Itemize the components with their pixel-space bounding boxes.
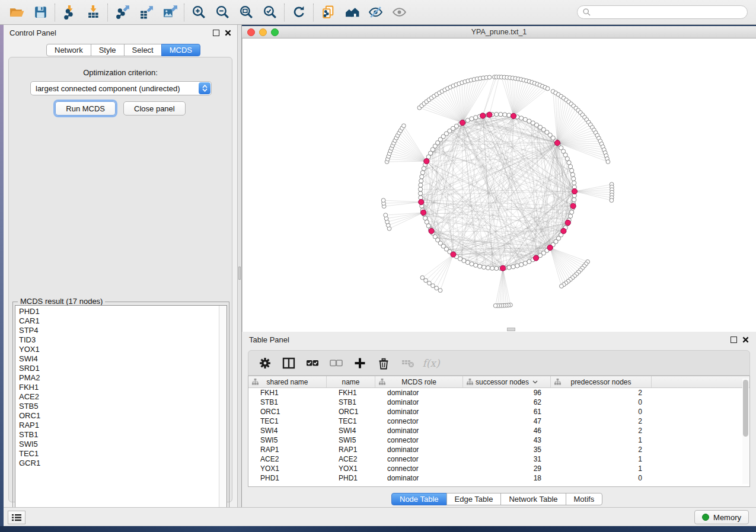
- delete-table-button: [397, 353, 418, 373]
- sort-descending-icon: [532, 380, 538, 384]
- table-row[interactable]: YOX1YOX1connector291: [248, 464, 749, 473]
- network-overview-button[interactable]: [340, 2, 363, 23]
- table-scrollbar-thumb[interactable]: [743, 380, 748, 437]
- select-all-button[interactable]: [302, 353, 323, 373]
- export-network-button[interactable]: [110, 2, 134, 23]
- tab-node-table[interactable]: Node Table: [391, 493, 447, 505]
- delete-column-button[interactable]: [373, 353, 394, 373]
- table-row[interactable]: TEC1TEC1connector472: [248, 416, 749, 426]
- network-canvas[interactable]: [242, 39, 756, 332]
- column-header-shared-name[interactable]: shared name: [248, 376, 327, 387]
- zoom-in-icon: [192, 5, 206, 20]
- column-header-successor-nodes[interactable]: successor nodes: [463, 376, 551, 387]
- tab-motifs[interactable]: Motifs: [566, 493, 603, 505]
- node-table: shared namenameMCDS rolesuccessor nodesp…: [248, 376, 750, 487]
- clone-network-icon: [321, 5, 336, 20]
- save-button[interactable]: [28, 2, 52, 23]
- split-view-button[interactable]: [278, 353, 299, 373]
- result-list-item[interactable]: SWI5: [19, 440, 40, 449]
- memory-status-icon: [702, 514, 709, 521]
- tab-select[interactable]: Select: [124, 44, 162, 56]
- zoom-out-button[interactable]: [210, 2, 234, 23]
- float-panel-icon[interactable]: [213, 30, 219, 36]
- zoom-selected-button[interactable]: [258, 2, 282, 23]
- result-list-item[interactable]: TID3: [19, 335, 40, 345]
- table-header-row[interactable]: shared namenameMCDS rolesuccessor nodesp…: [248, 376, 749, 388]
- mcds-panel: Optimization criterion: largest connecte…: [8, 57, 232, 502]
- result-list-item[interactable]: ACE2: [19, 392, 40, 402]
- table-scrollbar[interactable]: [742, 379, 749, 484]
- vertical-splitter[interactable]: [237, 25, 242, 507]
- result-list-item[interactable]: FKH1: [19, 383, 40, 392]
- tab-mcds[interactable]: MCDS: [161, 44, 200, 56]
- table-row[interactable]: ORC1ORC1dominator610: [248, 407, 749, 416]
- result-list-scrollbar[interactable]: [219, 306, 227, 519]
- result-list-item[interactable]: SRD1: [19, 364, 40, 373]
- network-graph[interactable]: [243, 39, 756, 332]
- save-icon: [33, 5, 48, 20]
- column-header-filler: [652, 376, 749, 387]
- import-table-button[interactable]: [81, 2, 105, 23]
- column-header-name[interactable]: name: [327, 376, 375, 387]
- mcds-result-list[interactable]: PHD1CAR1STP4TID3YOX1SWI4SRD1PMA2FKH1ACE2…: [15, 305, 227, 520]
- result-list-item[interactable]: RAP1: [19, 421, 40, 430]
- result-list-item[interactable]: STB5: [19, 402, 40, 411]
- memory-button[interactable]: Memory: [694, 510, 749, 524]
- tab-style[interactable]: Style: [91, 44, 125, 56]
- column-header-predecessor-nodes[interactable]: predecessor nodes: [551, 376, 652, 387]
- export-image-button[interactable]: [158, 2, 181, 23]
- table-row[interactable]: SWI5SWI5connector431: [248, 435, 749, 445]
- control-panel: Control Panel NetworkStyleSelectMCDS Opt…: [4, 25, 237, 507]
- refresh-button[interactable]: [287, 2, 311, 23]
- tab-network[interactable]: Network: [46, 44, 91, 56]
- result-list-item[interactable]: ORC1: [19, 411, 40, 421]
- result-list-item[interactable]: PMA2: [19, 373, 40, 383]
- table-row[interactable]: ACE2ACE2connector311: [248, 454, 749, 464]
- show-panels-button[interactable]: [8, 511, 25, 524]
- add-column-button[interactable]: [349, 353, 371, 373]
- result-list-item[interactable]: PHD1: [19, 307, 40, 316]
- search-box[interactable]: [577, 5, 748, 19]
- zoom-in-button[interactable]: [187, 2, 210, 23]
- result-list-item[interactable]: STP4: [19, 326, 40, 335]
- clone-network-button[interactable]: [316, 2, 340, 23]
- table-row[interactable]: FKH1FKH1dominator962: [248, 388, 749, 398]
- result-list-item[interactable]: SWI4: [19, 354, 40, 364]
- tab-edge-table[interactable]: Edge Table: [446, 493, 502, 505]
- table-row[interactable]: SWI4SWI4dominator462: [248, 426, 749, 435]
- control-panel-title: Control Panel: [9, 28, 56, 37]
- select-stepper-icon: [199, 82, 210, 94]
- import-network-button[interactable]: [58, 2, 81, 23]
- result-list-item[interactable]: STB1: [19, 430, 40, 440]
- tab-network-table[interactable]: Network Table: [500, 493, 566, 505]
- result-list-item[interactable]: TEC1: [19, 449, 40, 459]
- list-icon: [12, 514, 21, 521]
- attribute-type-icon: [554, 379, 561, 385]
- horizontal-splitter-handle[interactable]: [507, 328, 515, 331]
- close-panel-button[interactable]: Close panel: [123, 101, 186, 116]
- deselect-all-button[interactable]: [326, 353, 347, 373]
- open-button[interactable]: [5, 2, 28, 23]
- float-table-panel-icon[interactable]: [731, 336, 737, 343]
- table-row[interactable]: STB1STB1dominator620: [248, 398, 749, 407]
- vertical-splitter-handle[interactable]: [238, 267, 241, 280]
- result-list-item[interactable]: CAR1: [19, 316, 40, 326]
- close-panel-icon[interactable]: [225, 30, 231, 36]
- close-table-panel-icon[interactable]: [742, 336, 749, 343]
- result-list-item[interactable]: YOX1: [19, 345, 40, 354]
- network-window: YPA_prune.txt_1: [242, 25, 756, 332]
- result-list-item[interactable]: GCR1: [19, 459, 40, 468]
- export-table-button[interactable]: [134, 2, 158, 23]
- optimization-criterion-select[interactable]: largest connected component (undirected): [30, 81, 212, 95]
- search-input[interactable]: [594, 8, 747, 17]
- table-row[interactable]: RAP1RAP1dominator352: [248, 445, 749, 454]
- table-row[interactable]: PHD1PHD1dominator180: [248, 473, 749, 483]
- run-mcds-button[interactable]: Run MCDS: [55, 101, 116, 116]
- column-header-MCDS-role[interactable]: MCDS role: [375, 376, 463, 387]
- attribute-type-icon: [467, 379, 473, 385]
- network-titlebar[interactable]: YPA_prune.txt_1: [242, 26, 756, 39]
- zoom-fit-button[interactable]: [234, 2, 258, 23]
- hide-details-button[interactable]: [363, 2, 387, 23]
- settings-button[interactable]: [254, 353, 276, 373]
- show-details-button[interactable]: [387, 2, 411, 23]
